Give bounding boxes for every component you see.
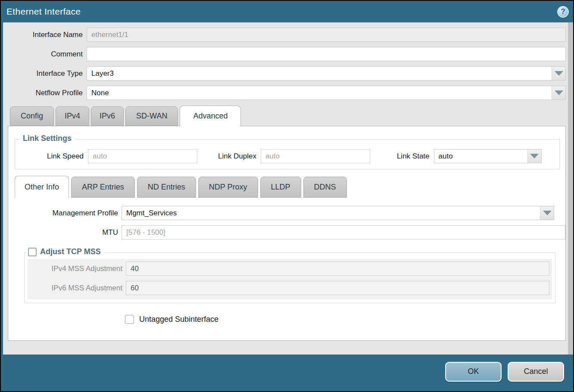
interface-type-label: Interface Type <box>3 69 87 78</box>
adjust-tcp-mss-legend: Adjust TCP MSS <box>40 247 101 256</box>
mtu-input[interactable] <box>122 225 565 240</box>
content-area: Interface Name Comment Interface Type <box>3 22 568 355</box>
dialog-footer: OK Cancel <box>1 355 573 391</box>
netflow-profile-select[interactable] <box>87 86 566 100</box>
ipv6-mss-label: IPv6 MSS Adjustment <box>28 284 126 292</box>
link-settings-group: Link Settings Link Speed Link Duplex <box>15 139 560 169</box>
link-state-dropdown-button[interactable] <box>527 149 541 163</box>
tab-arp-entries[interactable]: ARP Entries <box>71 177 135 198</box>
chevron-down-icon <box>530 154 539 159</box>
ipv6-mss-row: IPv6 MSS Adjustment <box>28 281 552 295</box>
adjust-tcp-mss-checkbox[interactable] <box>28 248 37 256</box>
management-profile-dropdown-button[interactable] <box>540 206 554 220</box>
tab-sdwan[interactable]: SD-WAN <box>125 106 178 126</box>
tab-advanced[interactable]: Advanced <box>180 106 241 126</box>
netflow-profile-row: Netflow Profile <box>3 86 566 100</box>
mtu-label: MTU <box>8 228 122 237</box>
tab-ipv6[interactable]: IPv6 <box>91 106 124 126</box>
management-profile-row: Management Profile <box>8 206 554 220</box>
interface-type-dropdown-button[interactable] <box>552 67 565 80</box>
tab-config[interactable]: Config <box>10 106 54 126</box>
interface-type-select[interactable] <box>87 66 566 81</box>
cancel-button[interactable]: Cancel <box>508 362 564 382</box>
management-profile-label: Management Profile <box>8 209 122 218</box>
netflow-profile-label: Netflow Profile <box>3 89 87 97</box>
ipv4-mss-row: IPv4 MSS Adjustment <box>28 261 552 276</box>
chevron-down-icon <box>555 71 563 76</box>
chevron-down-icon <box>555 90 563 95</box>
interface-name-row: Interface Name <box>3 28 566 42</box>
link-duplex-input[interactable] <box>261 149 370 163</box>
dialog-body: Interface Name Comment Interface Type <box>1 22 573 355</box>
link-duplex-label: Link Duplex <box>218 152 261 161</box>
inner-tabstrip: Other Info ARP Entries ND Entries NDP Pr… <box>8 176 565 198</box>
dialog-frame: Ethernet Interface ? Interface Name Comm… <box>1 1 573 391</box>
interface-name-input <box>87 28 566 42</box>
netflow-profile-dropdown-button[interactable] <box>552 86 565 100</box>
tab-ipv4[interactable]: IPv4 <box>56 106 89 126</box>
tab-other-info[interactable]: Other Info <box>15 176 69 198</box>
main-tabstrip: Config IPv4 IPv6 SD-WAN Advanced <box>3 106 568 126</box>
tab-ndp-proxy[interactable]: NDP Proxy <box>198 177 258 198</box>
dialog-title: Ethernet Interface <box>6 6 81 17</box>
untagged-subinterface-label: Untagged Subinterface <box>139 315 218 324</box>
comment-label: Comment <box>3 50 87 59</box>
interface-type-row: Interface Type <box>3 66 566 81</box>
interface-name-label: Interface Name <box>3 31 87 39</box>
untagged-subinterface-checkbox[interactable] <box>125 315 134 324</box>
tab-ddns[interactable]: DDNS <box>303 177 347 198</box>
link-speed-input[interactable] <box>88 149 197 163</box>
dialog-titlebar: Ethernet Interface ? <box>1 1 573 22</box>
tab-nd-entries[interactable]: ND Entries <box>137 177 196 198</box>
content-right-shade <box>568 22 573 355</box>
ipv4-mss-label: IPv4 MSS Adjustment <box>28 264 126 273</box>
management-profile-select[interactable] <box>122 206 554 220</box>
comment-row: Comment <box>3 47 566 61</box>
comment-input[interactable] <box>87 47 566 61</box>
adjust-tcp-mss-group: Adjust TCP MSS IPv4 MSS Adjustment IPv6 … <box>24 252 555 303</box>
link-settings-row: Link Speed Link Duplex Link State <box>15 140 559 163</box>
untagged-subinterface-row: Untagged Subinterface <box>125 315 565 324</box>
help-icon[interactable]: ? <box>557 6 569 18</box>
ethernet-interface-dialog: Ethernet Interface ? Interface Name Comm… <box>0 0 574 392</box>
mtu-row: MTU <box>8 225 554 240</box>
ipv4-mss-input <box>126 261 549 276</box>
mss-panel: IPv4 MSS Adjustment IPv6 MSS Adjustment <box>28 259 552 299</box>
ipv6-mss-input <box>126 281 549 295</box>
adjust-tcp-mss-legend-wrap: Adjust TCP MSS <box>26 247 104 256</box>
chevron-down-icon <box>543 211 552 215</box>
tab-lldp[interactable]: LLDP <box>260 177 301 198</box>
ok-button[interactable]: OK <box>445 362 502 382</box>
link-state-select[interactable] <box>434 149 542 163</box>
link-state-label: Link State <box>397 152 434 161</box>
advanced-tab-panel: Link Settings Link Speed Link Duplex <box>8 126 566 341</box>
link-settings-legend: Link Settings <box>20 134 75 143</box>
link-speed-label: Link Speed <box>47 152 88 161</box>
